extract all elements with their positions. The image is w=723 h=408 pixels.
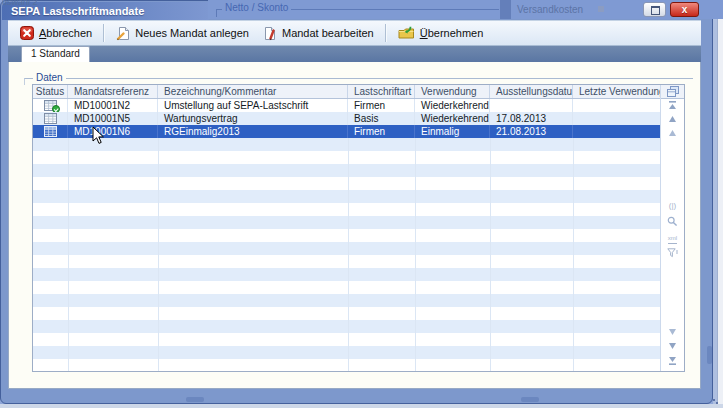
new-mandate-button-label: Neues Mandat anlegen [135,27,249,39]
column-chooser-icon [667,86,679,97]
resize-grip-dot [716,402,718,404]
new-document-icon [116,26,130,41]
versandkosten-label: Versandkosten [517,4,583,15]
page-down-icon[interactable] [661,342,684,350]
column-header-status[interactable]: Status [33,85,68,98]
small-square-marker [598,6,604,12]
grid-header-row: Status Mandatsreferenz Bezeichnung/Komme… [33,85,684,99]
edit-document-icon [263,26,277,41]
abort-button-label: Abbrechen [39,27,92,39]
letzte-verwendung-cell [573,125,661,138]
column-header-letzte-verwendung[interactable]: Letzte Verwendung [573,85,661,98]
column-width-icon[interactable]: (|) [661,202,684,210]
verwendung-cell: Wiederkehrend [415,112,490,125]
abort-button[interactable]: Abbrechen [13,22,99,44]
row-down-icon[interactable] [661,328,684,336]
verwendung-cell: Wiederkehrend [415,99,490,112]
green-check-badge [52,105,60,112]
background-panel-divider [500,0,511,19]
column-header-bezeichnung[interactable]: Bezeichnung/Kommentar [158,85,348,98]
background-window-right-edge [717,0,723,408]
dialog-content: Daten Status Mandatsreferenz Bezeichnung… [8,62,701,389]
filter-icon[interactable] [661,248,684,258]
column-header-ausstellungsdatum[interactable]: Ausstellungsdatum [490,85,573,98]
lastschriftart-cell: Firmen [348,125,415,138]
grid-with-green-check-icon [44,100,57,111]
ausstellungsdatum-cell [490,99,573,112]
grid-nav-strip: (|) xml [660,85,684,371]
apply-folder-icon [398,26,415,40]
restore-window-button[interactable] [643,2,666,17]
jump-first-icon[interactable] [661,101,684,110]
mandate-grid: Status Mandatsreferenz Bezeichnung/Komme… [32,84,685,372]
column-header-verwendung[interactable]: Verwendung [415,85,490,98]
toolbar-separator [385,24,387,42]
row-up-icon[interactable] [661,129,684,137]
mandatsreferenz-cell: MD10001N5 [68,112,158,125]
screen: SEPA Lastschriftmandate Abbrechen Neues … [0,0,723,408]
new-mandate-button[interactable]: Neues Mandat anlegen [109,22,256,44]
bezeichnung-cell: Umstellung auf SEPA-Lastschrift [158,99,348,112]
toolbar-separator [103,24,105,42]
sepa-mandate-dialog: SEPA Lastschriftmandate Abbrechen Neues … [0,0,713,404]
search-icon[interactable] [661,216,684,227]
column-chooser-cell[interactable] [661,85,684,99]
table-row[interactable]: MD10001N5 Wartungsvertrag Basis Wiederke… [33,112,684,125]
column-header-mandatsreferenz[interactable]: Mandatsreferenz [68,85,158,98]
table-row-selected[interactable]: MD10001N6 RGEinmalig2013 Firmen Einmalig… [33,125,684,138]
ausstellungsdatum-cell: 21.08.2013 [490,125,573,138]
table-row[interactable]: MD10001N2 Umstellung auf SEPA-Lastschrif… [33,99,684,112]
close-x-icon: x [671,3,698,16]
background-window-top-strip: Netto / Skonto Versandkosten x [208,0,723,19]
clipped-background-text: uswahl 2 [2,0,38,5]
column-header-lastschriftart[interactable]: Lastschriftart [348,85,415,98]
grid-plain-icon [44,113,57,124]
apply-button[interactable]: Übernehmen [391,22,491,44]
jump-last-icon[interactable] [661,356,684,365]
grid-plain-icon [44,126,57,137]
close-window-button[interactable]: x [670,2,699,17]
edit-mandate-button[interactable]: Mandat bearbeiten [256,22,381,44]
ausstellungsdatum-cell: 17.08.2013 [490,112,573,125]
status-cell [33,112,68,125]
daten-groupbox-label: Daten [33,72,66,83]
red-x-icon [20,26,34,40]
status-cell [33,99,68,112]
restore-window-icon [651,6,660,15]
apply-button-label: Übernehmen [420,27,484,39]
lastschriftart-cell: Basis [348,112,415,125]
page-up-icon[interactable] [661,115,684,123]
background-window-bottom-area [0,404,723,408]
dialog-toolbar: Abbrechen Neues Mandat anlegen Mandat be… [8,20,701,46]
mandatsreferenz-cell: MD10001N2 [68,99,158,112]
sum-icon[interactable]: xml [661,234,684,244]
letzte-verwendung-cell [573,112,661,125]
tab-strip: 1 Standard [8,46,701,62]
frame-grip-notch [186,397,204,402]
status-cell [33,125,68,138]
grid-empty-area [33,138,660,371]
tab-standard[interactable]: 1 Standard [21,46,90,62]
bezeichnung-cell: RGEinmalig2013 [158,125,348,138]
edit-mandate-button-label: Mandat bearbeiten [282,27,374,39]
letzte-verwendung-cell [573,99,661,112]
frame-grip-notch [707,346,712,364]
verwendung-cell: Einmalig [415,125,490,138]
mandatsreferenz-cell: MD10001N6 [68,125,158,138]
frame-grip-notch [521,397,539,402]
bezeichnung-cell: Wartungsvertrag [158,112,348,125]
lastschriftart-cell: Firmen [348,99,415,112]
netto-skonto-label: Netto / Skonto [222,2,291,13]
resize-grip-dot [713,399,715,401]
